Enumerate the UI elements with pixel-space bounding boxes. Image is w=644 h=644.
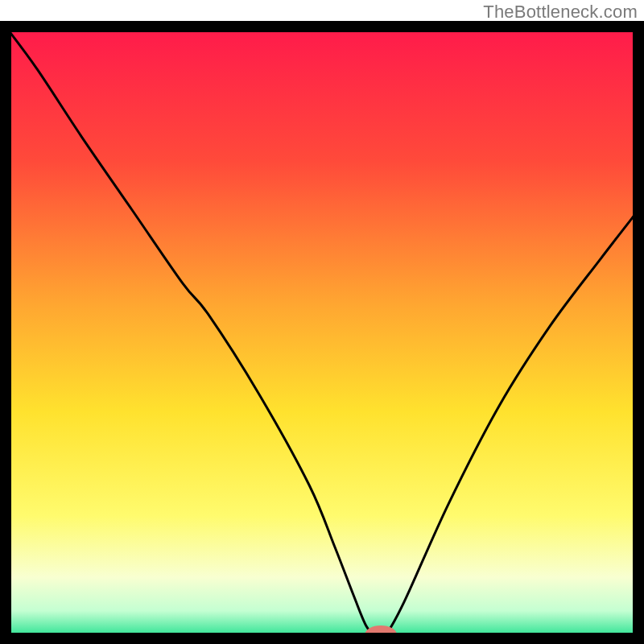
chart-svg bbox=[0, 21, 644, 644]
chart-frame bbox=[0, 21, 644, 644]
chart-container: TheBottleneck.com bbox=[0, 0, 644, 644]
plot-background bbox=[6, 27, 638, 638]
watermark-text: TheBottleneck.com bbox=[483, 2, 638, 23]
